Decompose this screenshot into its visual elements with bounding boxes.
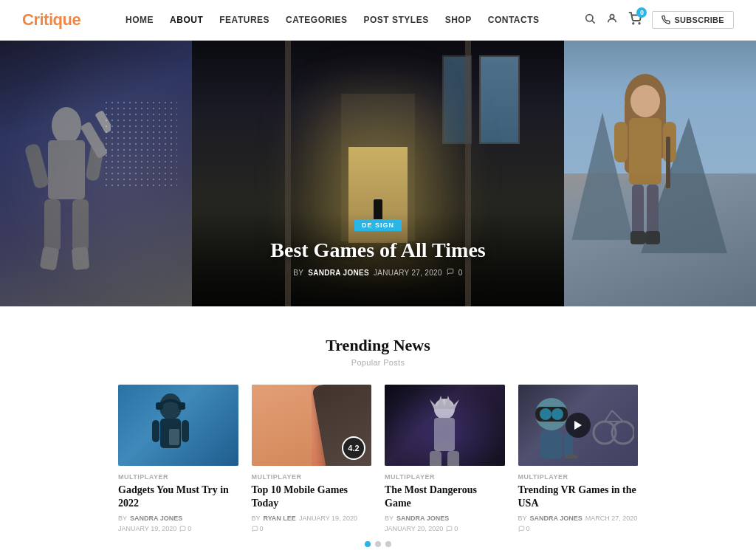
card-4-meta: BY SANDRA JONES MARCH 27, 2020 0 [518, 515, 639, 532]
subscribe-label: SUBSCRIBE [674, 16, 724, 24]
card-2-rating: 4.2 [342, 436, 365, 460]
hero-content: DE SIGN Best Games of All Times BY SANDR… [192, 219, 564, 277]
card-4-image [518, 385, 639, 466]
cards-grid: MULTIPLAYER Gadgets You Must Try in 2022… [118, 385, 638, 532]
card-3[interactable]: MULTIPLAYER The Most Dangerous Game BY S… [385, 385, 505, 532]
header-actions: 0 SUBSCRIBE [584, 11, 734, 29]
svg-rect-12 [72, 199, 89, 251]
svg-point-18 [630, 85, 660, 117]
svg-rect-26 [645, 231, 660, 244]
subscribe-button[interactable]: SUBSCRIBE [652, 11, 734, 29]
card-2-meta: BY RYAN LEE JANUARY 19, 2020 0 [252, 515, 372, 532]
dot-2[interactable] [375, 541, 381, 547]
svg-rect-6 [48, 140, 85, 199]
card-4-title: Trending VR Games in the USA [518, 484, 639, 510]
card-3-category: MULTIPLAYER [385, 473, 505, 481]
svg-rect-20 [614, 122, 628, 162]
svg-point-3 [633, 23, 634, 24]
card-2-category: MULTIPLAYER [252, 473, 372, 481]
nav-contacts[interactable]: CONTACTS [488, 15, 540, 25]
svg-line-1 [592, 21, 595, 24]
logo[interactable]: Critique [22, 10, 80, 30]
slider-dots [118, 532, 638, 547]
svg-rect-43 [564, 433, 573, 458]
card-2[interactable]: 4.2 MULTIPLAYER Top 10 Mobile Games Toda… [252, 385, 372, 532]
svg-rect-19 [629, 118, 662, 185]
hero-left-panel[interactable] [0, 41, 192, 306]
hero-meta: BY SANDRA JONES JANUARY 27, 2020 0 [192, 268, 564, 277]
svg-rect-8 [85, 140, 105, 182]
svg-point-41 [551, 408, 563, 420]
hero-date: JANUARY 27, 2020 [374, 269, 442, 277]
logo-text: Critique [22, 10, 80, 29]
card-4[interactable]: MULTIPLAYER Trending VR Games in the USA… [518, 385, 639, 532]
hero-comments: 0 [458, 269, 463, 277]
svg-point-0 [586, 15, 593, 21]
nav-categories[interactable]: CATEGORIES [286, 15, 347, 25]
card-2-title: Top 10 Mobile Games Today [252, 484, 372, 510]
card-3-image [385, 385, 505, 466]
card-1-category: MULTIPLAYER [118, 473, 238, 481]
svg-line-47 [605, 410, 612, 422]
hero-title: Best Games of All Times [192, 238, 564, 262]
hero-author-prefix: BY [293, 269, 303, 277]
nav-home[interactable]: HOME [126, 15, 154, 25]
svg-point-5 [52, 107, 81, 144]
hero-tag: DE SIGN [354, 219, 402, 231]
card-3-title: The Most Dangerous Game [385, 484, 505, 510]
svg-rect-23 [632, 185, 644, 236]
card-1[interactable]: MULTIPLAYER Gadgets You Must Try in 2022… [118, 385, 238, 532]
dot-3[interactable] [385, 541, 391, 547]
decorative-dots [103, 100, 177, 188]
svg-rect-9 [80, 121, 108, 159]
card-1-meta: BY SANDRA JONES JANUARY 19, 2020 0 [118, 515, 238, 532]
svg-rect-7 [24, 142, 50, 189]
card-1-image [118, 385, 238, 466]
nav-about[interactable]: ABOUT [170, 15, 203, 25]
svg-rect-14 [72, 247, 90, 270]
hero-author: SANDRA JONES [308, 269, 369, 277]
cart-badge: 0 [636, 7, 647, 18]
svg-marker-50 [574, 421, 582, 430]
svg-rect-10 [94, 110, 111, 134]
trending-section: Trending News Popular Posts [0, 306, 756, 550]
hero-right-panel[interactable] [564, 41, 756, 306]
svg-point-2 [611, 15, 614, 18]
cart-icon[interactable]: 0 [628, 12, 642, 28]
main-nav: HOME ABOUT FEATURES CATEGORIES POST STYL… [126, 15, 539, 25]
nav-shop[interactable]: SHOP [445, 15, 472, 25]
hero-center-panel[interactable]: DE SIGN Best Games of All Times BY SANDR… [192, 41, 564, 306]
search-icon[interactable] [584, 13, 596, 27]
svg-rect-13 [40, 246, 60, 270]
nav-post-styles[interactable]: POST STYLES [364, 15, 429, 25]
card-4-category: MULTIPLAYER [518, 473, 639, 481]
card-3-meta: BY SANDRA JONES JANUARY 20, 2020 0 [385, 515, 505, 532]
trending-subtitle: Popular Posts [118, 358, 638, 367]
nav-features[interactable]: FEATURES [219, 15, 269, 25]
svg-rect-25 [630, 231, 645, 244]
svg-line-48 [612, 410, 623, 422]
section-header: Trending News Popular Posts [118, 336, 638, 367]
header: Critique HOME ABOUT FEATURES CATEGORIES … [0, 0, 756, 41]
svg-point-4 [639, 23, 641, 24]
card-2-image: 4.2 [252, 385, 372, 466]
user-icon[interactable] [606, 13, 618, 27]
card-1-title: Gadgets You Must Try in 2022 [118, 484, 238, 510]
svg-point-40 [540, 408, 551, 420]
trending-title: Trending News [118, 336, 638, 355]
dot-1[interactable] [365, 541, 371, 547]
svg-rect-42 [540, 430, 563, 458]
svg-rect-22 [666, 137, 670, 188]
hero-slider: DE SIGN Best Games of All Times BY SANDR… [0, 41, 756, 306]
svg-rect-11 [44, 199, 61, 251]
hero-comment-icon [447, 268, 454, 277]
svg-rect-24 [647, 185, 659, 236]
svg-rect-44 [566, 455, 577, 458]
card-4-play-button[interactable] [566, 413, 591, 438]
